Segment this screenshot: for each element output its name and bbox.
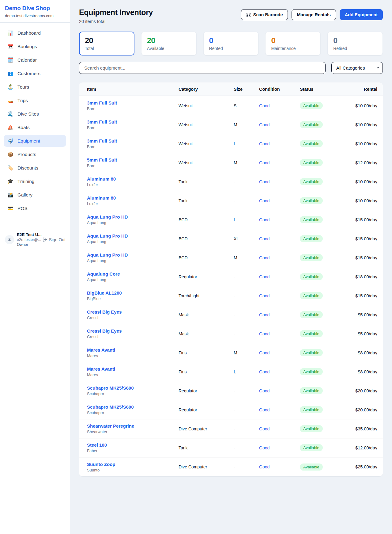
size-cell: - — [234, 388, 259, 393]
item-brand: Aqua Lung — [87, 220, 179, 225]
sidebar-item[interactable]: 🤿 Equipment — [4, 135, 66, 147]
table-row: Aqua Lung Pro HD Aqua Lung BCD XL Good A… — [79, 229, 383, 248]
sidebar-item[interactable]: 🌊 Dive Sites — [4, 108, 66, 120]
items-total-subtitle: 20 items total — [79, 19, 153, 24]
condition-link[interactable]: Good — [259, 464, 270, 469]
rental-cell: $20.00/day — [346, 407, 377, 412]
condition-link[interactable]: Good — [259, 274, 270, 279]
category-cell: BCD — [179, 217, 234, 222]
item-cell: Scubapro MK25/S600 Scubapro — [87, 385, 179, 396]
condition-link[interactable]: Good — [259, 122, 270, 127]
item-link[interactable]: Steel 100 — [87, 442, 179, 448]
sidebar-item[interactable]: 📸 Gallery — [4, 189, 66, 201]
status-cell: Available — [300, 159, 346, 166]
condition-link[interactable]: Good — [259, 445, 270, 450]
condition-link[interactable]: Good — [259, 198, 270, 203]
table-body: 3mm Full Suit Bare Wetsuit S Good Availa… — [79, 96, 383, 476]
condition-cell: Good — [259, 255, 300, 261]
status-badge: Available — [300, 330, 323, 337]
item-link[interactable]: 3mm Full Suit — [87, 138, 179, 143]
manage-rentals-button[interactable]: Manage Rentals — [292, 9, 336, 20]
item-link[interactable]: 5mm Full Suit — [87, 157, 179, 162]
condition-link[interactable]: Good — [259, 103, 270, 108]
item-link[interactable]: 3mm Full Suit — [87, 119, 179, 124]
status-badge: Available — [300, 292, 323, 299]
sidebar-item[interactable]: 🎓 Training — [4, 175, 66, 187]
sidebar-item[interactable]: 🏷️ Discounts — [4, 162, 66, 174]
size-cell: - — [234, 407, 259, 412]
rental-cell: $10.00/day — [346, 198, 377, 203]
item-link[interactable]: Aluminum 80 — [87, 176, 179, 181]
condition-link[interactable]: Good — [259, 141, 270, 146]
condition-link[interactable]: Good — [259, 293, 270, 298]
condition-link[interactable]: Good — [259, 369, 270, 374]
item-link[interactable]: Aqua Lung Pro HD — [87, 252, 179, 257]
condition-link[interactable]: Good — [259, 407, 270, 412]
condition-cell: Good — [259, 350, 300, 356]
stat-card[interactable]: 0 Retired — [327, 32, 383, 55]
item-link[interactable]: Scubapro MK25/S600 — [87, 385, 179, 391]
item-link[interactable]: Mares Avanti — [87, 347, 179, 353]
item-link[interactable]: 3mm Full Suit — [87, 100, 179, 105]
item-link[interactable]: Suunto Zoop — [87, 462, 179, 467]
status-badge: Available — [300, 273, 323, 280]
item-link[interactable]: Aqualung Core — [87, 271, 179, 277]
status-cell: Available — [300, 102, 346, 109]
status-cell: Available — [300, 254, 346, 261]
stat-card[interactable]: 0 Maintenance — [265, 32, 321, 55]
sidebar-item[interactable]: 📦 Products — [4, 148, 66, 160]
item-brand: Mares — [87, 353, 179, 358]
condition-link[interactable]: Good — [259, 331, 270, 336]
stat-card[interactable]: 0 Rented — [203, 32, 259, 55]
status-cell: Available — [300, 273, 346, 280]
sidebar-item[interactable]: 👥 Customers — [4, 67, 66, 79]
barcode-icon — [246, 13, 251, 17]
condition-link[interactable]: Good — [259, 217, 270, 222]
item-link[interactable]: Aqua Lung Pro HD — [87, 214, 179, 219]
item-cell: Mares Avanti Mares — [87, 366, 179, 377]
scan-barcode-button[interactable]: Scan Barcode — [241, 9, 288, 20]
brand-title[interactable]: Demo Dive Shop — [5, 5, 65, 12]
category-cell: Mask — [179, 312, 234, 317]
sign-out-button[interactable]: Sign Out — [43, 237, 66, 242]
condition-link[interactable]: Good — [259, 255, 270, 260]
item-brand: BigBlue — [87, 296, 179, 301]
item-brand: Luxfer — [87, 182, 179, 187]
col-header-rental: Rental — [346, 87, 377, 92]
table-row: Suunto Zoop Suunto Dive Computer - Good … — [79, 457, 383, 476]
item-link[interactable]: Aluminum 80 — [87, 195, 179, 200]
item-link[interactable]: Cressi Big Eyes — [87, 328, 179, 334]
item-link[interactable]: BigBlue AL1200 — [87, 290, 179, 296]
item-link[interactable]: Cressi Big Eyes — [87, 309, 179, 315]
stat-card[interactable]: 20 Available — [141, 32, 197, 55]
item-brand: Cressi — [87, 315, 179, 320]
condition-link[interactable]: Good — [259, 160, 270, 165]
condition-link[interactable]: Good — [259, 312, 270, 317]
item-cell: Aluminum 80 Luxfer — [87, 176, 179, 187]
condition-link[interactable]: Good — [259, 426, 270, 431]
sidebar-item[interactable]: ⛵ Boats — [4, 121, 66, 133]
size-cell: - — [234, 198, 259, 203]
search-input[interactable] — [79, 62, 326, 74]
add-equipment-button[interactable]: Add Equipment — [340, 9, 383, 20]
item-link[interactable]: Aqua Lung Pro HD — [87, 233, 179, 238]
sidebar-item[interactable]: 🚤 Trips — [4, 94, 66, 106]
condition-link[interactable]: Good — [259, 388, 270, 393]
item-link[interactable]: Mares Avanti — [87, 366, 179, 372]
condition-link[interactable]: Good — [259, 179, 270, 184]
sidebar-item[interactable]: 💳 POS — [4, 202, 66, 214]
sidebar-item[interactable]: 🗓️ Calendar — [4, 54, 66, 66]
condition-link[interactable]: Good — [259, 236, 270, 241]
condition-cell: Good — [259, 426, 300, 432]
sidebar-item[interactable]: 📅 Bookings — [4, 40, 66, 52]
item-link[interactable]: Scubapro MK25/S600 — [87, 404, 179, 410]
item-brand: Scubapro — [87, 391, 179, 396]
category-select[interactable]: All Categories — [331, 62, 383, 74]
table-row: Aqua Lung Pro HD Aqua Lung BCD L Good Av… — [79, 210, 383, 229]
stat-card[interactable]: 20 Total — [79, 32, 134, 55]
item-link[interactable]: Shearwater Peregrine — [87, 423, 179, 429]
condition-link[interactable]: Good — [259, 350, 270, 355]
item-cell: Aqualung Core Aqua Lung — [87, 271, 179, 282]
sidebar-item[interactable]: 📊 Dashboard — [4, 27, 66, 39]
sidebar-item[interactable]: 🏝️ Tours — [4, 81, 66, 93]
